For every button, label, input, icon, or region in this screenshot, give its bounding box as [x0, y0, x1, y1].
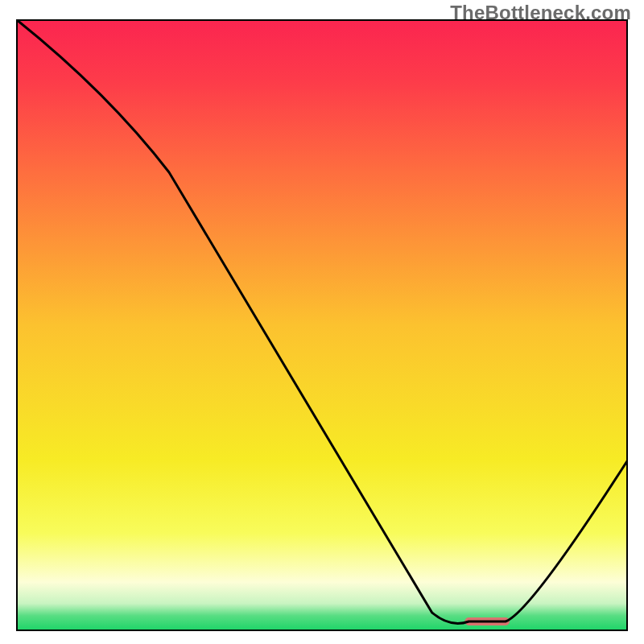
bottleneck-curve-chart: [16, 19, 628, 631]
chart-frame: TheBottleneck.com: [0, 0, 644, 644]
plot-area: [16, 19, 628, 631]
gradient-background: [16, 19, 628, 631]
